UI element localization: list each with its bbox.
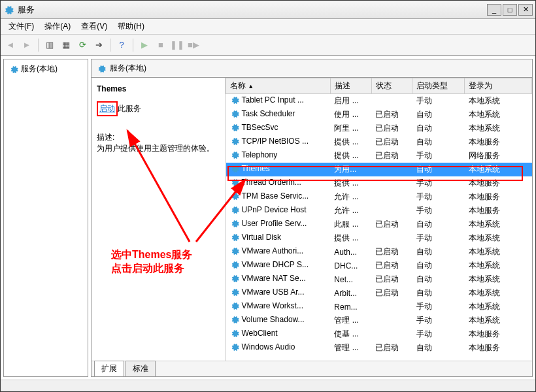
cell-desc: 阿里 ...	[330, 122, 371, 135]
cell-status	[371, 327, 412, 341]
cell-status	[371, 176, 412, 190]
maximize-button[interactable]: □	[503, 4, 517, 16]
cell-desc: 使用 ...	[330, 108, 371, 122]
cell-status	[371, 94, 412, 108]
col-desc[interactable]: 描述	[330, 78, 371, 94]
list-pane: 服务(本地) Themes 启动此服务 描述: 为用户提供使用主题管理的体验。	[91, 59, 533, 377]
close-button[interactable]: ✕	[518, 4, 533, 16]
gear-icon	[230, 205, 239, 214]
cell-name: Task Scheduler	[226, 108, 331, 120]
table-row[interactable]: Volume Shadow...管理 ...手动本地系统	[226, 314, 532, 327]
table-row[interactable]: TBSecSvc阿里 ...已启动自动本地系统	[226, 122, 532, 135]
right-body: Themes 启动此服务 描述: 为用户提供使用主题管理的体验。 名称 ▲ 描述	[92, 78, 532, 361]
gear-icon	[230, 315, 239, 324]
table-row[interactable]: UPnP Device Host允许 ...手动本地服务	[226, 204, 532, 218]
cell-name: Telephony	[226, 149, 331, 161]
service-list[interactable]: 名称 ▲ 描述 状态 启动类型 登录为 Tablet PC Input ...启…	[226, 78, 532, 361]
table-row[interactable]: TCP/IP NetBIOS ...提供 ...已启动自动本地服务	[226, 135, 532, 149]
cell-desc: DHC...	[330, 259, 371, 272]
col-name[interactable]: 名称 ▲	[226, 78, 331, 94]
table-row[interactable]: Virtual Disk提供 ...手动本地系统	[226, 231, 532, 245]
show-hide-tree-button[interactable]: ▥	[42, 38, 57, 52]
table-row[interactable]: VMware USB Ar...Arbit...已启动自动本地系统	[226, 286, 532, 300]
services-table: 名称 ▲ 描述 状态 启动类型 登录为 Tablet PC Input ...启…	[226, 78, 532, 355]
cell-startup: 自动	[412, 286, 465, 300]
stop-service-button[interactable]: ■	[154, 38, 168, 52]
tab-standard[interactable]: 标准	[126, 361, 156, 376]
description-text: 为用户提供使用主题管理的体验。	[97, 143, 220, 154]
cell-desc: 提供 ...	[330, 176, 371, 190]
cell-name: UPnP Device Host	[226, 204, 331, 216]
forward-button[interactable]: ►	[20, 38, 34, 52]
table-row[interactable]: User Profile Serv...此服 ...已启动自动本地系统	[226, 218, 532, 231]
table-row[interactable]: VMware DHCP S...DHC...已启动自动本地系统	[226, 259, 532, 272]
gear-icon	[230, 137, 239, 146]
cell-logon: 本地系统	[465, 314, 532, 327]
cell-logon: 网络服务	[465, 149, 532, 163]
menu-action[interactable]: 操作(A)	[39, 20, 76, 33]
tree-pane[interactable]: 服务(本地)	[3, 59, 88, 377]
table-row[interactable]: Task Scheduler使用 ...已启动自动本地系统	[226, 108, 532, 122]
refresh-button[interactable]: ⟳	[75, 38, 90, 52]
cell-startup: 手动	[412, 231, 465, 245]
cell-logon: 本地系统	[465, 286, 532, 300]
table-row[interactable]: Tablet PC Input ...启用 ...手动本地系统	[226, 94, 532, 108]
cell-logon: 本地系统	[465, 272, 532, 286]
cell-name: Themes	[226, 163, 331, 174]
toolbar: ◄ ► ▥ ▦ ⟳ ➔ ? ▶ ■ ❚❚ ■▶	[1, 35, 535, 56]
tree-node-services-local[interactable]: 服务(本地)	[4, 59, 88, 78]
back-button[interactable]: ◄	[3, 38, 18, 52]
cell-status: 已启动	[371, 259, 412, 272]
restart-service-button[interactable]: ■▶	[186, 38, 201, 52]
table-row[interactable]: VMware Authori...Auth...已启动自动本地系统	[226, 245, 532, 259]
cell-name: TCP/IP NetBIOS ...	[226, 135, 331, 147]
col-logon[interactable]: 登录为	[465, 78, 532, 94]
gear-icon	[9, 65, 18, 74]
help-button[interactable]: ?	[114, 38, 129, 52]
minimize-button[interactable]: _	[487, 4, 501, 16]
start-service-link[interactable]: 启动	[97, 101, 118, 116]
cell-logon: 本地系统	[465, 122, 532, 135]
table-row[interactable]: Telephony提供 ...已启动手动网络服务	[226, 149, 532, 163]
pause-service-button[interactable]: ❚❚	[170, 38, 184, 52]
table-row[interactable]: Themes为用...自动本地系统	[226, 163, 532, 176]
col-startup[interactable]: 启动类型	[412, 78, 465, 94]
tab-extended[interactable]: 扩展	[94, 361, 124, 376]
cell-logon: 本地系统	[465, 245, 532, 259]
cell-desc: 提供 ...	[330, 135, 371, 149]
table-row[interactable]: VMware Workst...Rem...手动本地系统	[226, 300, 532, 314]
table-row[interactable]: TPM Base Servic...允许 ...手动本地服务	[226, 190, 532, 204]
title-bar[interactable]: 服务 _ □ ✕	[1, 1, 535, 19]
gear-icon	[230, 233, 239, 242]
cell-startup: 手动	[412, 190, 465, 204]
content-area: 服务(本地) 服务(本地) Themes 启动此服务 描述: 为用户提供使用主题…	[1, 56, 535, 380]
list-header: 服务(本地)	[92, 59, 532, 78]
menu-view[interactable]: 查看(V)	[76, 20, 112, 33]
table-row[interactable]: VMware NAT Se...Net...已启动自动本地系统	[226, 272, 532, 286]
table-row[interactable]: WebClient使基 ...手动本地服务	[226, 327, 532, 341]
table-row[interactable]: Thread Orderin...提供 ...手动本地服务	[226, 176, 532, 190]
menu-file[interactable]: 文件(F)	[3, 20, 39, 33]
status-bar	[1, 380, 535, 391]
menu-bar: 文件(F) 操作(A) 查看(V) 帮助(H)	[1, 19, 535, 35]
col-status[interactable]: 状态	[371, 78, 412, 94]
cell-logon: 本地系统	[465, 300, 532, 314]
menu-help[interactable]: 帮助(H)	[112, 20, 150, 33]
cell-desc: Arbit...	[330, 286, 371, 300]
start-service-button[interactable]: ▶	[137, 38, 152, 52]
cell-status	[371, 190, 412, 204]
cell-logon: 本地系统	[465, 231, 532, 245]
gear-icon	[230, 260, 239, 269]
cell-logon: 本地服务	[465, 341, 532, 355]
cell-logon: 本地系统	[465, 218, 532, 231]
cell-desc: 提供 ...	[330, 149, 371, 163]
properties-button[interactable]: ▦	[59, 38, 73, 52]
detail-pane: Themes 启动此服务 描述: 为用户提供使用主题管理的体验。	[92, 78, 226, 361]
table-row[interactable]: Windows Audio管理 ...已启动自动本地服务	[226, 341, 532, 355]
gear-icon	[230, 178, 239, 187]
gear-icon	[230, 246, 239, 255]
cell-status: 已启动	[371, 218, 412, 231]
cell-status	[371, 231, 412, 245]
cell-name: WebClient	[226, 327, 331, 339]
export-button[interactable]: ➔	[92, 38, 106, 52]
